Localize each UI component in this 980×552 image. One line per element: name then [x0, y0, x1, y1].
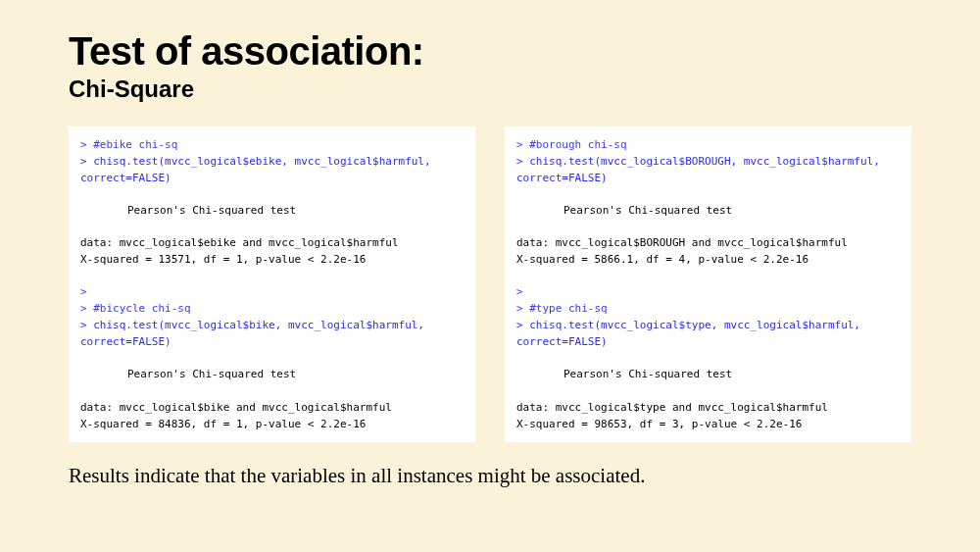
- blank-line: [80, 219, 464, 234]
- left-code-panel: > #ebike chi-sq > chisq.test(mvcc_logica…: [69, 126, 475, 442]
- ebike-result-line: X-squared = 13571, df = 1, p-value < 2.2…: [80, 251, 464, 268]
- borough-data-line: data: mvcc_logical$BOROUGH and mvcc_logi…: [516, 234, 900, 251]
- code-panels: > #ebike chi-sq > chisq.test(mvcc_logica…: [69, 126, 911, 442]
- page-title: Test of association:: [69, 29, 911, 74]
- borough-comment: > #borough chi-sq: [516, 136, 900, 153]
- ebike-test-label: Pearson's Chi-squared test: [80, 202, 464, 219]
- blank-line: [516, 268, 900, 283]
- blank-line: [516, 219, 900, 234]
- bicycle-test-label: Pearson's Chi-squared test: [80, 366, 464, 382]
- type-test-label: Pearson's Chi-squared test: [516, 366, 900, 382]
- ebike-data-line: data: mvcc_logical$ebike and mvcc_logica…: [80, 234, 464, 251]
- blank-line: [516, 383, 900, 399]
- bicycle-result-line: X-squared = 84836, df = 1, p-value < 2.2…: [80, 416, 464, 432]
- conclusion-text: Results indicate that the variables in a…: [69, 464, 911, 488]
- type-comment: > #type chi-sq: [516, 300, 900, 317]
- prompt-sep: >: [516, 283, 900, 300]
- borough-call: > chisq.test(mvcc_logical$BOROUGH, mvcc_…: [516, 153, 900, 186]
- bicycle-call: > chisq.test(mvcc_logical$bike, mvcc_log…: [80, 317, 464, 350]
- ebike-call: > chisq.test(mvcc_logical$ebike, mvcc_lo…: [80, 153, 464, 186]
- bicycle-data-line: data: mvcc_logical$bike and mvcc_logical…: [80, 399, 464, 416]
- type-data-line: data: mvcc_logical$type and mvcc_logical…: [516, 399, 900, 416]
- blank-line: [80, 350, 464, 366]
- blank-line: [516, 350, 900, 366]
- blank-line: [516, 186, 900, 202]
- bicycle-comment: > #bicycle chi-sq: [80, 300, 464, 317]
- prompt-sep: >: [80, 283, 464, 300]
- ebike-comment: > #ebike chi-sq: [80, 136, 464, 153]
- right-code-panel: > #borough chi-sq > chisq.test(mvcc_logi…: [505, 126, 911, 442]
- borough-test-label: Pearson's Chi-squared test: [516, 202, 900, 219]
- blank-line: [80, 268, 464, 283]
- blank-line: [80, 186, 464, 202]
- borough-result-line: X-squared = 5866.1, df = 4, p-value < 2.…: [516, 251, 900, 268]
- type-call: > chisq.test(mvcc_logical$type, mvcc_log…: [516, 317, 900, 350]
- page-subtitle: Chi-Square: [69, 75, 911, 103]
- blank-line: [80, 383, 464, 399]
- type-result-line: X-squared = 98653, df = 3, p-value < 2.2…: [516, 416, 900, 432]
